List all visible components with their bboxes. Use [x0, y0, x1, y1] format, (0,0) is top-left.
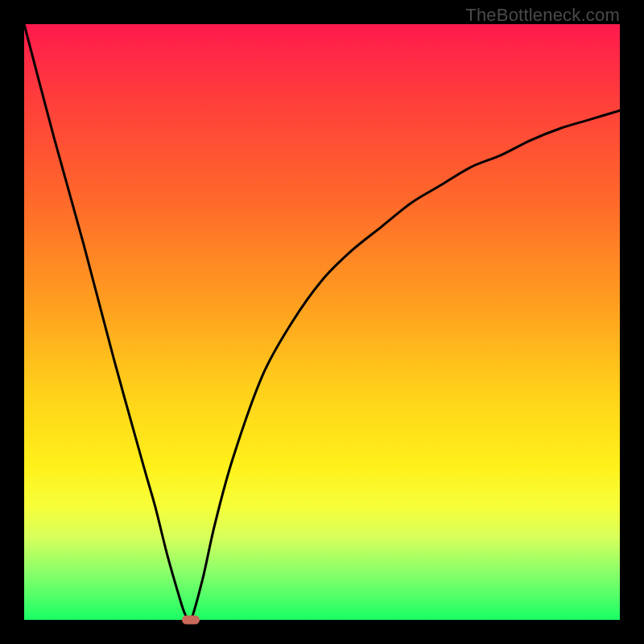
curve-svg	[24, 24, 620, 620]
optimal-point-marker	[182, 616, 200, 625]
bottleneck-curve	[24, 24, 620, 622]
attribution-label: TheBottleneck.com	[465, 5, 620, 26]
plot-area	[24, 24, 620, 620]
chart-frame: TheBottleneck.com	[0, 0, 644, 644]
